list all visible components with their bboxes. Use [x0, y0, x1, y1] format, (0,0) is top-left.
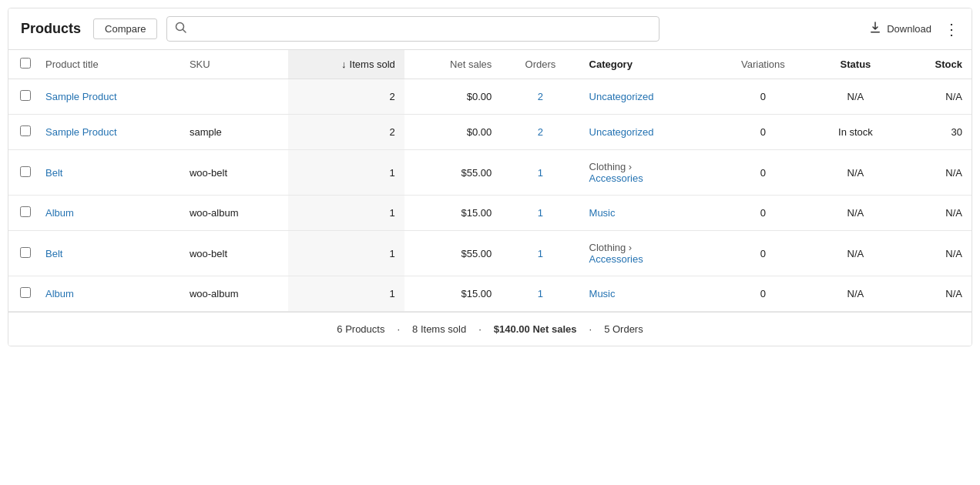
row-checkbox[interactable] — [20, 166, 31, 177]
orders-link[interactable]: 1 — [538, 248, 543, 259]
row-category: Uncategorized — [580, 115, 713, 150]
product-link[interactable]: Sample Product — [45, 126, 117, 138]
footer-products-count: 6 Products — [334, 323, 388, 335]
table-header-row: Product title SKU ↓Items sold Net sales … — [8, 50, 972, 79]
row-category: Clothing › Accessories — [580, 231, 713, 276]
row-net-sales: $15.00 — [404, 196, 501, 231]
row-variations: 0 — [713, 79, 814, 115]
header-orders[interactable]: Orders — [501, 50, 579, 79]
search-wrapper — [166, 16, 659, 42]
row-product-title: Belt — [36, 150, 180, 196]
category-link[interactable]: Uncategorized — [589, 126, 654, 138]
orders-link[interactable]: 1 — [538, 167, 543, 179]
row-product-title: Sample Product — [36, 79, 180, 115]
row-category: Clothing › Accessories — [580, 150, 713, 196]
row-sku: woo-album — [180, 276, 289, 312]
header-status[interactable]: Status — [813, 50, 898, 79]
row-checkbox[interactable] — [20, 125, 31, 136]
row-orders: 1 — [501, 196, 579, 231]
table-row: Sample Product2$0.002Uncategorized0N/AN/… — [8, 79, 972, 115]
product-link[interactable]: Album — [45, 207, 74, 219]
row-orders: 2 — [501, 79, 579, 115]
header-product-title[interactable]: Product title — [36, 50, 180, 79]
page-wrapper: Products Compare — [8, 8, 972, 346]
header-stock[interactable]: Stock — [898, 50, 972, 79]
row-variations: 0 — [713, 276, 814, 312]
row-sku: woo-belt — [180, 231, 289, 276]
header-variations[interactable]: Variations — [713, 50, 814, 79]
table-body: Sample Product2$0.002Uncategorized0N/AN/… — [8, 79, 972, 312]
row-orders: 1 — [501, 150, 579, 196]
row-checkbox-cell — [8, 79, 36, 115]
header-category[interactable]: Category — [580, 50, 713, 79]
orders-link[interactable]: 1 — [538, 288, 543, 299]
row-stock: N/A — [898, 150, 972, 196]
row-net-sales: $55.00 — [404, 231, 501, 276]
footer-separator-1: · — [394, 323, 403, 335]
category-link[interactable]: Uncategorized — [589, 91, 654, 102]
footer-separator-3: · — [586, 323, 596, 335]
svg-rect-2 — [871, 32, 880, 33]
table-row: Beltwoo-belt1$55.001Clothing › Accessori… — [8, 150, 972, 196]
row-orders: 2 — [501, 115, 579, 150]
download-label: Download — [887, 23, 931, 35]
row-stock: 30 — [898, 115, 972, 150]
select-all-checkbox[interactable] — [20, 58, 31, 69]
orders-link[interactable]: 1 — [538, 207, 543, 219]
sort-down-icon: ↓ — [341, 59, 347, 70]
products-table: Product title SKU ↓Items sold Net sales … — [8, 50, 972, 312]
table-row: Beltwoo-belt1$55.001Clothing › Accessori… — [8, 231, 972, 276]
table-row: Albumwoo-album1$15.001Music0N/AN/A — [8, 196, 972, 231]
search-container — [166, 16, 659, 42]
row-net-sales: $15.00 — [404, 276, 501, 312]
row-net-sales: $55.00 — [404, 150, 501, 196]
row-status: N/A — [813, 150, 898, 196]
category-parent: Clothing › — [589, 242, 633, 253]
row-orders: 1 — [501, 276, 579, 312]
row-checkbox[interactable] — [20, 247, 31, 258]
category-link[interactable]: Accessories — [589, 253, 643, 265]
toolbar-right: Download ⋮ — [868, 21, 959, 37]
row-status: N/A — [813, 196, 898, 231]
row-product-title: Album — [36, 276, 180, 312]
row-stock: N/A — [898, 196, 972, 231]
header-checkbox-col — [8, 50, 36, 79]
header-items-sold[interactable]: ↓Items sold — [288, 50, 404, 79]
category-link[interactable]: Accessories — [589, 172, 643, 184]
row-items-sold: 2 — [288, 79, 404, 115]
row-product-title: Belt — [36, 231, 180, 276]
orders-link[interactable]: 2 — [538, 91, 543, 102]
more-options-button[interactable]: ⋮ — [944, 22, 959, 37]
category-link[interactable]: Music — [589, 288, 616, 299]
product-link[interactable]: Belt — [45, 248, 62, 259]
row-category: Music — [580, 276, 713, 312]
row-checkbox-cell — [8, 231, 36, 276]
row-checkbox-cell — [8, 115, 36, 150]
product-link[interactable]: Sample Product — [45, 91, 117, 102]
product-link[interactable]: Album — [45, 288, 74, 299]
row-variations: 0 — [713, 196, 814, 231]
row-status: N/A — [813, 79, 898, 115]
search-input[interactable] — [192, 23, 651, 35]
page-title: Products — [21, 21, 81, 37]
header-net-sales[interactable]: Net sales — [404, 50, 501, 79]
footer-items-sold: 8 Items sold — [409, 323, 469, 335]
row-items-sold: 1 — [288, 150, 404, 196]
download-icon — [868, 21, 882, 37]
product-link[interactable]: Belt — [45, 167, 62, 179]
row-sku: woo-belt — [180, 150, 289, 196]
row-category: Uncategorized — [580, 79, 713, 115]
header-sku[interactable]: SKU — [180, 50, 289, 79]
toolbar: Products Compare — [8, 8, 972, 50]
row-sku — [180, 79, 289, 115]
row-stock: N/A — [898, 79, 972, 115]
row-checkbox[interactable] — [20, 90, 31, 101]
row-net-sales: $0.00 — [404, 115, 501, 150]
compare-button[interactable]: Compare — [93, 18, 157, 39]
download-button[interactable]: Download — [868, 21, 931, 37]
row-checkbox-cell — [8, 150, 36, 196]
orders-link[interactable]: 2 — [538, 126, 543, 138]
row-checkbox[interactable] — [20, 287, 31, 298]
row-checkbox[interactable] — [20, 206, 31, 217]
category-link[interactable]: Music — [589, 207, 616, 219]
